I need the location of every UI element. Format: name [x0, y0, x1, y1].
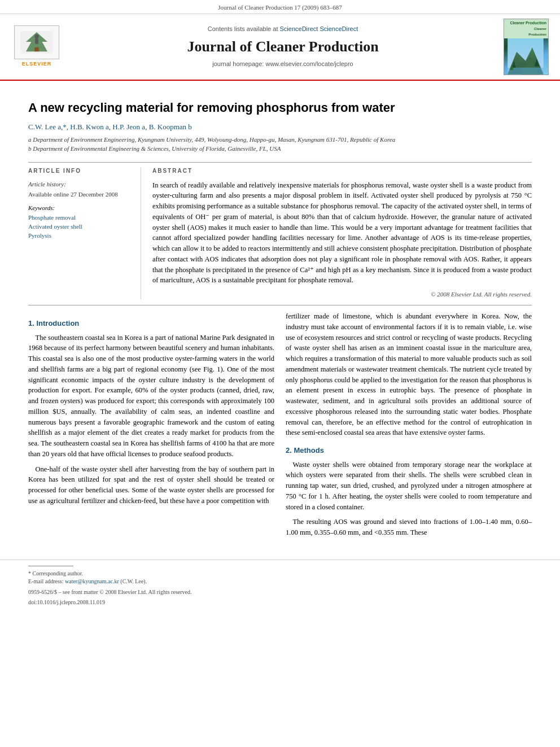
elsevier-tree-icon: [20, 31, 54, 54]
journal-homepage: journal homepage: www.elsevier.com/locat…: [68, 60, 498, 69]
doi-text: doi:10.1016/j.jclepro.2008.11.019: [28, 599, 105, 605]
sciencedirect-link[interactable]: ScienceDirect: [280, 25, 318, 32]
keyword-2: Activated oyster shell: [28, 222, 132, 231]
article-main-columns: 1. Introduction The southeastern coastal…: [28, 311, 532, 543]
info-abstract-section: ARTICLE INFO Article history: Available …: [28, 167, 532, 299]
copyright-line: © 2008 Elsevier Ltd. All rights reserved…: [152, 290, 532, 299]
elsevier-logo-image: [14, 25, 59, 59]
page: Journal of Cleaner Production 17 (2009) …: [0, 0, 560, 747]
contents-label: Contents lists available at: [208, 25, 278, 32]
section2-para2: The resulting AOS was ground and sieved …: [286, 517, 532, 538]
keyword-3: Pyrolysis: [28, 231, 132, 241]
article-body: A new recycling material for removing ph…: [0, 81, 560, 554]
journal-header: ELSEVIER Contents lists available at Sci…: [0, 14, 560, 81]
elsevier-logo: ELSEVIER: [11, 25, 62, 68]
contents-available-line: Contents lists available at ScienceDirec…: [68, 25, 498, 34]
section2-para1: Waste oyster shells were obtained from t…: [286, 460, 532, 513]
footnote-corresponding: * Corresponding author.: [28, 570, 532, 578]
journal-citation-bar: Journal of Cleaner Production 17 (2009) …: [0, 0, 560, 14]
divider-bottom: [28, 305, 532, 305]
cover-mountain-scene: [504, 38, 548, 75]
affiliation-b: b Department of Environmental Engineerin…: [28, 145, 532, 153]
affiliations: a Department of Environment Engineering,…: [28, 136, 532, 153]
article-info-heading: ARTICLE INFO: [28, 167, 132, 176]
article-history-value: Available online 27 December 2008: [28, 190, 132, 199]
email-link[interactable]: water@kyungnam.ac.kr: [65, 578, 119, 584]
email-label: E-mail address:: [28, 578, 63, 584]
section1-right-para1: fertilizer made of limestone, which is a…: [286, 311, 532, 438]
sciencedirect-link-text: ScienceDirect: [320, 25, 358, 32]
divider-top: [28, 162, 532, 163]
svg-rect-2: [34, 47, 39, 52]
right-column: fertilizer made of limestone, which is a…: [286, 311, 532, 543]
journal-cover-image: Cleaner Production CleanerProduction: [504, 19, 549, 75]
svg-point-3: [34, 34, 39, 39]
keywords-label: Keywords:: [28, 204, 132, 213]
email-suffix: (C.W. Lee).: [120, 578, 147, 584]
issn-line: 0959-6526/$ – see front matter © 2008 El…: [28, 588, 532, 597]
article-history-label: Article history:: [28, 180, 132, 189]
section1-para1: The southeastern coastal sea in Korea is…: [28, 333, 274, 460]
doi-line: doi:10.1016/j.jclepro.2008.11.019: [28, 599, 532, 607]
section1-heading: 1. Introduction: [28, 318, 274, 329]
article-title: A new recycling material for removing ph…: [28, 100, 532, 116]
abstract-heading: ABSTRACT: [152, 167, 532, 176]
affiliation-a: a Department of Environment Engineering,…: [28, 136, 532, 144]
authors-text: C.W. Lee a,*, H.B. Kwon a, H.P. Jeon a, …: [28, 123, 192, 131]
section2-heading: 2. Methods: [286, 445, 532, 456]
journal-center: Contents lists available at ScienceDirec…: [62, 25, 504, 69]
journal-citation: Journal of Cleaner Production 17 (2009) …: [218, 4, 342, 11]
authors-line: C.W. Lee a,*, H.B. Kwon a, H.P. Jeon a, …: [28, 122, 532, 133]
journal-title: Journal of Cleaner Production: [68, 36, 498, 58]
article-footer: * Corresponding author. E-mail address: …: [0, 560, 560, 613]
left-column: 1. Introduction The southeastern coastal…: [28, 311, 274, 543]
abstract-text: In search of readily available and relat…: [152, 180, 532, 286]
footnote-divider: [28, 566, 73, 566]
corresponding-label: * Corresponding author.: [28, 570, 83, 576]
footnote-email: E-mail address: water@kyungnam.ac.kr (C.…: [28, 578, 532, 586]
section1-para2: One-half of the waste oyster shell after…: [28, 464, 274, 506]
keyword-1: Phosphate removal: [28, 213, 132, 222]
article-info-panel: ARTICLE INFO Article history: Available …: [28, 167, 141, 299]
cover-label: Cleaner Production CleanerProduction: [504, 19, 548, 38]
svg-rect-4: [35, 39, 38, 45]
elsevier-name-label: ELSEVIER: [22, 60, 52, 68]
issn-text: 0959-6526/$ – see front matter © 2008 El…: [28, 589, 191, 595]
abstract-panel: ABSTRACT In search of readily available …: [152, 167, 532, 299]
